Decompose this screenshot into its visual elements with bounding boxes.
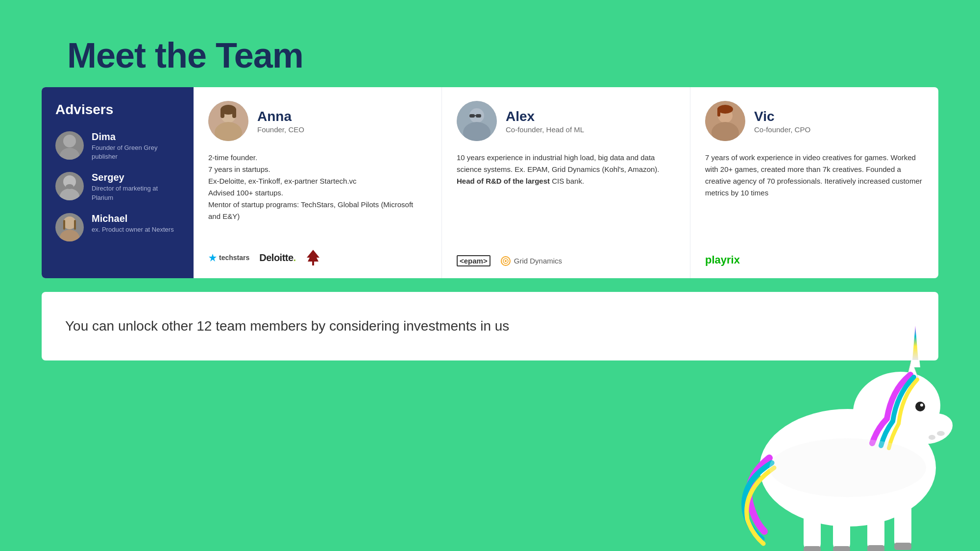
svg-point-3	[60, 189, 79, 200]
advisers-title: Advisers	[55, 102, 180, 118]
team-member-alex: Alex Co-founder, Head of ML 10 years exp…	[442, 87, 690, 278]
member-name-area-anna: Anna Founder, CEO	[257, 109, 304, 134]
svg-rect-17	[312, 262, 314, 265]
adviser-name-sergey: Sergey	[92, 172, 180, 183]
svg-point-4	[66, 184, 74, 189]
svg-rect-46	[894, 500, 911, 549]
adviser-info-sergey: Sergey Director of marketing at Plarium	[92, 172, 180, 202]
advisers-panel: Advisers Dima Founder of Green Grey publ…	[42, 87, 194, 278]
griddynamics-logo: Grid Dynamics	[500, 256, 562, 266]
adviser-item-sergey: Sergey Director of marketing at Plarium	[55, 172, 180, 202]
svg-point-1	[60, 148, 79, 160]
member-name-alex: Alex	[506, 109, 584, 124]
svg-rect-47	[804, 546, 821, 551]
adviser-role-michael: ex. Product owner at Nexters	[92, 225, 174, 234]
member-bio-vic: 7 years of work experience in video crea…	[705, 152, 924, 244]
adviser-item-dima: Dima Founder of Green Grey publisher	[55, 131, 180, 161]
member-logos-anna: techstars Deloitte.	[208, 249, 427, 266]
svg-rect-43	[804, 507, 821, 551]
epam-logo: <epam>	[457, 255, 490, 266]
member-title-alex: Co-founder, Head of ML	[506, 125, 584, 134]
main-container: Advisers Dima Founder of Green Grey publ…	[42, 87, 938, 502]
member-title-anna: Founder, CEO	[257, 125, 304, 134]
unlock-text: You can unlock other 12 team members by …	[65, 318, 509, 334]
techstars-logo: techstars	[208, 253, 249, 262]
svg-rect-44	[833, 509, 850, 551]
adviser-info-michael: Michael ex. Product owner at Nexters	[92, 213, 174, 234]
svg-rect-7	[63, 220, 65, 230]
adviser-name-dima: Dima	[92, 131, 180, 143]
member-title-vic: Co-founder, CPO	[754, 125, 810, 134]
svg-rect-48	[833, 546, 850, 551]
svg-rect-31	[717, 108, 720, 117]
svg-rect-8	[74, 220, 76, 230]
adviser-role-dima: Founder of Green Grey publisher	[92, 144, 180, 161]
team-member-vic: Vic Co-founder, CPO 7 years of work expe…	[690, 87, 938, 278]
svg-rect-45	[867, 502, 884, 551]
member-logos-vic: playrix	[705, 254, 924, 266]
svg-marker-15	[209, 254, 217, 262]
unlock-card: You can unlock other 12 team members by …	[42, 292, 938, 360]
svg-rect-49	[867, 545, 884, 551]
avatar-alex	[457, 101, 497, 141]
stanford-logo	[306, 249, 320, 266]
member-header-alex: Alex Co-founder, Head of ML	[457, 101, 675, 141]
svg-rect-50	[894, 543, 911, 550]
svg-rect-21	[469, 114, 475, 118]
avatar-vic	[705, 101, 745, 141]
svg-rect-22	[476, 114, 481, 118]
svg-point-26	[505, 260, 507, 262]
member-bio-anna: 2-time founder. 7 years in startups. Ex-…	[208, 152, 427, 239]
member-name-area-vic: Vic Co-founder, CPO	[754, 109, 810, 134]
team-members-area: Anna Founder, CEO 2-time founder. 7 year…	[194, 87, 938, 278]
svg-rect-13	[220, 108, 224, 118]
deloitte-logo: Deloitte.	[259, 252, 295, 264]
avatar-dima	[55, 131, 84, 160]
adviser-name-michael: Michael	[92, 213, 174, 224]
svg-point-0	[63, 135, 76, 147]
avatar-anna	[208, 101, 248, 141]
svg-point-6	[60, 230, 79, 241]
page-title: Meet the Team	[67, 35, 303, 75]
member-name-area-alex: Alex Co-founder, Head of ML	[506, 109, 584, 134]
member-logos-alex: <epam> Grid Dynamics	[457, 255, 675, 266]
svg-rect-14	[232, 108, 236, 118]
member-name-anna: Anna	[257, 109, 304, 124]
playrix-logo: playrix	[705, 254, 740, 266]
avatar-michael	[55, 213, 84, 241]
member-name-vic: Vic	[754, 109, 810, 124]
svg-marker-16	[307, 250, 319, 262]
member-header-anna: Anna Founder, CEO	[208, 101, 427, 141]
adviser-role-sergey: Director of marketing at Plarium	[92, 184, 180, 202]
member-bio-alex: 10 years experience in industrial high l…	[457, 152, 675, 245]
team-card: Advisers Dima Founder of Green Grey publ…	[42, 87, 938, 278]
adviser-info-dima: Dima Founder of Green Grey publisher	[92, 131, 180, 161]
avatar-sergey	[55, 172, 84, 200]
member-header-vic: Vic Co-founder, CPO	[705, 101, 924, 141]
adviser-item-michael: Michael ex. Product owner at Nexters	[55, 213, 180, 241]
highlight-alex: Head of R&D of the largest	[457, 177, 550, 185]
team-member-anna: Anna Founder, CEO 2-time founder. 7 year…	[194, 87, 442, 278]
